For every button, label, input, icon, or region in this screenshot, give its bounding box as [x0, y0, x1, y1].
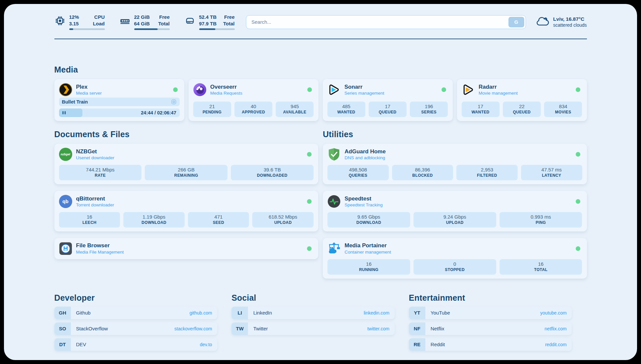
- bookmark-name: Github: [76, 310, 91, 316]
- stat-value: 47.57 ms: [522, 167, 581, 173]
- section-title-utilities: Utilities: [323, 130, 587, 139]
- app-card-adguard-home[interactable]: AdGuard HomeDNS and adblocking498,508QUE…: [323, 144, 587, 184]
- stats-row-sonarr: 485WANTED17QUEUED196SERIES: [327, 102, 448, 117]
- bookmark-url: twitter.com: [367, 326, 389, 331]
- stat-value: 16: [501, 261, 581, 267]
- stat-label: PING: [501, 220, 581, 226]
- search-input[interactable]: [246, 15, 526, 29]
- bookmark-name: StackOverflow: [76, 326, 108, 331]
- bookmark-section-developer: DeveloperGHGithubgithub.comSOStackOverfl…: [54, 293, 218, 351]
- app-name: Speedtest: [345, 196, 383, 202]
- app-card-media-portainer[interactable]: Media PortainerContainer management16RUN…: [323, 238, 587, 279]
- media-apps-grid: PlexMedia serverBullet Train24:44 / 02:0…: [54, 79, 587, 121]
- ram-stat: 22 GiB64 GiBFreeTotal: [119, 14, 170, 30]
- stat-latency: 47.57 msLATENCY: [521, 165, 582, 180]
- bookmark-reddit[interactable]: RERedditreddit.com: [409, 338, 572, 351]
- stat-download: 1.19 GbpsDOWNLOAD: [123, 212, 185, 228]
- bookmark-abbr-tile: NF: [409, 322, 425, 335]
- stat-value: 1.19 Gbps: [125, 214, 183, 220]
- app-subtitle: Usenet downloader: [76, 155, 114, 160]
- disk-icon: [184, 15, 196, 26]
- system-stats: 12%3.15CPULoad22 GiB64 GiBFreeTotal52.4 …: [54, 14, 235, 30]
- ram-progress-fill: [134, 28, 158, 30]
- stat-value: 945: [277, 103, 312, 110]
- bookmark-dev[interactable]: DTDEVdev.to: [54, 338, 218, 351]
- documents-apps-stack: nzbgetNZBGetUsenet downloader744.21 Mbps…: [54, 144, 319, 259]
- stat-value: 0.993 ms: [501, 214, 581, 220]
- stat-upload: 618.52 MbpsUPLOAD: [252, 212, 314, 228]
- stat-label: RATE: [60, 173, 140, 178]
- app-card-plex[interactable]: PlexMedia serverBullet Train24:44 / 02:0…: [54, 79, 184, 121]
- stat-label: UPLOAD: [415, 220, 495, 226]
- stat-downloaded: 39.6 TBDOWNLOADED: [231, 165, 314, 180]
- stats-row-overseerr: 21PENDING40APPROVED945AVAILABLE: [193, 102, 314, 117]
- cloud-icon: [536, 16, 549, 28]
- bookmark-netflix[interactable]: NFNetflixnetflix.com: [409, 322, 572, 335]
- ram-progress-bar: [134, 28, 170, 30]
- disk-values: 52.4 TB97.9 TB: [199, 14, 217, 27]
- stats-row-media-portainer: 16RUNNING0STOPPED16TOTAL: [327, 259, 582, 275]
- app-card-speedtest[interactable]: SpeedtestSpeedtest Tracking9.65 GbpsDOWN…: [323, 191, 587, 231]
- search-engine-button[interactable]: G: [508, 17, 524, 27]
- filebrowser-icon: [59, 242, 72, 255]
- app-card-overseerr[interactable]: OverseerrMedia Requests21PENDING40APPROV…: [189, 79, 319, 121]
- pause-icon: [62, 110, 66, 115]
- stats-row-nzbget: 744.21 MbpsRATE266 GBREMAINING39.6 TBDOW…: [59, 165, 314, 180]
- nzbget-icon: nzbget: [59, 148, 72, 161]
- bookmark-abbr-tile: SO: [54, 322, 71, 335]
- cpu-values: 12%3.15: [69, 14, 79, 27]
- camera-icon[interactable]: [171, 99, 177, 105]
- app-card-qbittorrent[interactable]: qbqBittorrentTorrent downloader16LEECH1.…: [54, 191, 319, 231]
- stat-label: REMAINING: [146, 173, 226, 178]
- stat-remaining: 266 GBREMAINING: [145, 165, 228, 180]
- bookmark-url: netflix.com: [545, 326, 567, 331]
- stat-label: SERIES: [411, 110, 446, 115]
- stat-ping: 0.993 msPING: [500, 212, 582, 228]
- app-subtitle: Movie management: [479, 91, 518, 96]
- stat-label: APPROVED: [236, 110, 271, 115]
- stat-leech: 16LEECH: [59, 212, 120, 228]
- ram-icon: [119, 15, 131, 26]
- stat-value: 618.52 Mbps: [254, 214, 312, 220]
- app-card-file-browser[interactable]: File BrowserMedia File Management: [54, 238, 319, 259]
- bookmark-name: YouTube: [431, 310, 450, 316]
- app-card-sonarr[interactable]: SonarrSeries management485WANTED17QUEUED…: [323, 79, 453, 121]
- disk-progress-bar: [199, 28, 235, 30]
- app-name: Radarr: [479, 84, 518, 90]
- app-card-nzbget[interactable]: nzbgetNZBGetUsenet downloader744.21 Mbps…: [54, 144, 319, 184]
- app-name: File Browser: [76, 242, 124, 249]
- stat-value: 9.65 Gbps: [329, 214, 409, 220]
- status-dot-qbittorrent: [307, 199, 312, 204]
- dashboard-frame: 12%3.15CPULoad22 GiB64 GiBFreeTotal52.4 …: [4, 4, 637, 360]
- disk-stat-body: 52.4 TB97.9 TBFreeTotal: [199, 14, 235, 30]
- stat-label: QUEUED: [504, 110, 539, 115]
- utilities-apps-stack: AdGuard HomeDNS and adblocking498,508QUE…: [323, 144, 587, 279]
- search-bar: G: [246, 15, 526, 29]
- stats-row-qbittorrent: 16LEECH1.19 GbpsDOWNLOAD471SEED618.52 Mb…: [59, 212, 314, 228]
- plex-icon: [59, 83, 72, 96]
- bookmark-stackoverflow[interactable]: SOStackOverflowstackoverflow.com: [54, 322, 218, 335]
- stat-label: SEED: [189, 220, 248, 226]
- section-title-entertainment: Entertainment: [409, 293, 572, 303]
- sonarr-icon: [327, 83, 341, 96]
- stat-label: TOTAL: [501, 267, 581, 273]
- stat-value: 0: [415, 261, 495, 267]
- overseerr-icon: [193, 83, 206, 96]
- app-card-radarr[interactable]: RadarrMovie management17WANTED22QUEUED83…: [457, 79, 587, 121]
- section-documents: Documents & Files nzbgetNZBGetUsenet dow…: [54, 130, 319, 259]
- bookmark-url: reddit.com: [545, 342, 566, 347]
- section-title-documents: Documents & Files: [54, 130, 319, 139]
- bookmark-github[interactable]: GHGithubgithub.com: [54, 307, 218, 319]
- stat-value: 86,396: [393, 167, 452, 173]
- stat-value: 9.24 Gbps: [415, 214, 495, 220]
- app-subtitle: Series management: [345, 91, 384, 96]
- bookmark-abbr-tile: RE: [409, 338, 425, 351]
- adguard-icon: [327, 148, 341, 161]
- stat-seed: 471SEED: [188, 212, 249, 228]
- bookmark-twitter[interactable]: TWTwittertwitter.com: [231, 322, 395, 335]
- stat-upload: 9.24 GbpsUPLOAD: [413, 212, 496, 228]
- app-name: AdGuard Home: [345, 148, 386, 155]
- bookmark-linkedin[interactable]: LILinkedInlinkedin.com: [231, 307, 395, 319]
- bookmark-abbr-tile: TW: [231, 322, 248, 335]
- bookmark-youtube[interactable]: YTYouTubeyoutube.com: [409, 307, 572, 319]
